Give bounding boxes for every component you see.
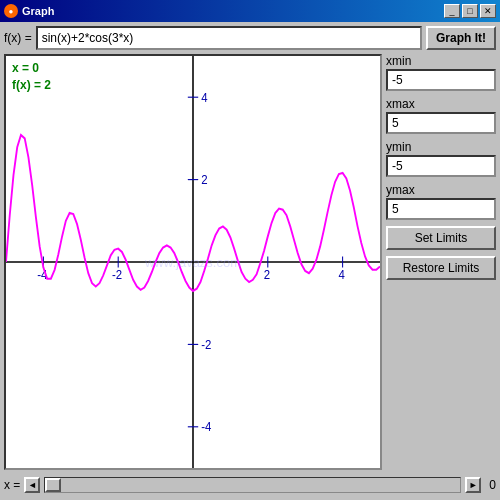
app-icon: ● — [4, 4, 18, 18]
window-title: Graph — [22, 5, 54, 17]
scrollbar-thumb[interactable] — [45, 478, 61, 492]
x-value-display: x = 0 — [12, 60, 51, 77]
restore-limits-button[interactable]: Restore Limits — [386, 256, 496, 280]
ymax-label: ymax — [386, 183, 496, 197]
graph-it-button[interactable]: Graph It! — [426, 26, 496, 50]
maximize-button[interactable]: □ — [462, 4, 478, 18]
svg-text:2: 2 — [201, 173, 207, 187]
graph-info: x = 0 f(x) = 2 — [12, 60, 51, 94]
ymin-label: ymin — [386, 140, 496, 154]
bottom-row: x = ◄ ► 0 — [4, 474, 496, 496]
svg-text:-2: -2 — [201, 337, 211, 351]
xmin-label: xmin — [386, 54, 496, 68]
set-limits-button[interactable]: Set Limits — [386, 226, 496, 250]
svg-text:-2: -2 — [112, 267, 122, 281]
main-content: f(x) = Graph It! x = 0 f(x) = 2 www.java… — [0, 22, 500, 500]
formula-label: f(x) = — [4, 31, 32, 45]
x-scroll-value: 0 — [489, 478, 496, 492]
formula-row: f(x) = Graph It! — [4, 26, 496, 50]
graph-panel: x = 0 f(x) = 2 www.javazs.com — [4, 54, 382, 470]
ymax-group: ymax — [386, 183, 496, 220]
title-bar-controls: _ □ ✕ — [444, 4, 496, 18]
xmin-input[interactable] — [386, 69, 496, 91]
fx-value-display: f(x) = 2 — [12, 77, 51, 94]
scroll-left-button[interactable]: ◄ — [24, 477, 40, 493]
svg-text:2: 2 — [264, 267, 270, 281]
middle-row: x = 0 f(x) = 2 www.javazs.com — [4, 54, 496, 470]
graph-svg: -4 -2 2 4 4 2 -2 -4 — [6, 56, 380, 468]
xmax-group: xmax — [386, 97, 496, 134]
xmax-input[interactable] — [386, 112, 496, 134]
minimize-button[interactable]: _ — [444, 4, 460, 18]
title-bar-text: ● Graph — [4, 4, 54, 18]
ymin-group: ymin — [386, 140, 496, 177]
ymin-input[interactable] — [386, 155, 496, 177]
xmin-group: xmin — [386, 54, 496, 91]
xmax-label: xmax — [386, 97, 496, 111]
scrollbar-track[interactable] — [44, 477, 461, 493]
svg-text:4: 4 — [338, 267, 345, 281]
close-button[interactable]: ✕ — [480, 4, 496, 18]
svg-text:4: 4 — [201, 90, 208, 104]
ymax-input[interactable] — [386, 198, 496, 220]
formula-input[interactable] — [36, 26, 422, 50]
right-panel: xmin xmax ymin ymax Set Limits Restore L… — [386, 54, 496, 470]
scroll-right-button[interactable]: ► — [465, 477, 481, 493]
svg-text:-4: -4 — [201, 420, 212, 434]
title-bar: ● Graph _ □ ✕ — [0, 0, 500, 22]
x-label: x = — [4, 478, 20, 492]
